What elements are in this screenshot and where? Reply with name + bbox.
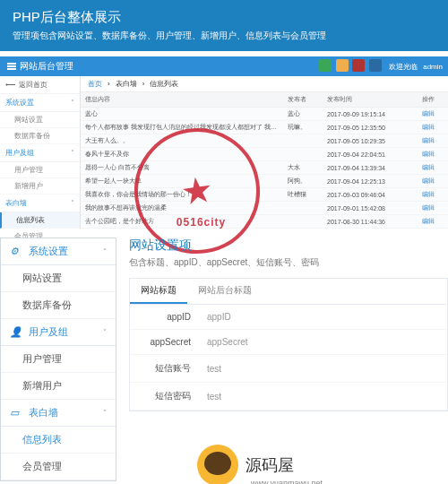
sidebar-item[interactable]: 新增用户 bbox=[0, 178, 80, 194]
cell-op[interactable]: 编辑 bbox=[418, 148, 448, 161]
cell-op[interactable]: 编辑 bbox=[418, 108, 448, 121]
cell-op[interactable]: 编辑 bbox=[418, 161, 448, 175]
sidebar-item[interactable]: 网站设置 bbox=[0, 112, 80, 128]
cell-op[interactable]: 编辑 bbox=[418, 121, 448, 134]
breadcrumb-home[interactable]: 首页 bbox=[88, 79, 102, 89]
cell-time: 2017-09-04 22:04:51 bbox=[323, 148, 418, 161]
cell-op[interactable]: 编辑 bbox=[418, 202, 448, 215]
cell-op[interactable]: 编辑 bbox=[418, 175, 448, 188]
cell-author: 吐槽猫 bbox=[283, 188, 323, 202]
nav-item-active[interactable]: 信息列表 bbox=[1, 427, 116, 454]
cell-author bbox=[283, 215, 323, 229]
hero-subtitle: 管理项包含网站设置、数据库备份、用户管理、新增用户、信息列表与会员管理 bbox=[13, 30, 435, 42]
topbar-btn-orange[interactable] bbox=[336, 59, 349, 72]
form-input[interactable]: test bbox=[200, 359, 447, 379]
sidebar-item-active[interactable]: 信息列表 bbox=[0, 212, 80, 229]
cell-time: 2017-09-05 10:29:35 bbox=[323, 134, 418, 148]
cell-op[interactable]: 编辑 bbox=[418, 188, 448, 202]
form-row: appIDappID bbox=[130, 305, 447, 330]
settings-form: 网站标题 网站后台标题 appIDappIDappSecretappSecret… bbox=[129, 278, 448, 411]
tab-admin-title[interactable]: 网站后台标题 bbox=[187, 279, 263, 304]
table-row[interactable]: 希望一起人一块大草阿狗。2017-09-04 12:25:13编辑 bbox=[81, 175, 448, 188]
sidebar-group-wall[interactable]: 表白墙˅ bbox=[0, 194, 80, 212]
cell-title: 大王有人么。。 bbox=[81, 134, 283, 148]
nav-group-users[interactable]: 用户及组˅ bbox=[1, 319, 116, 346]
cell-time: 2017-08-30 11:44:36 bbox=[323, 215, 418, 229]
topbar-btn-blue[interactable] bbox=[369, 59, 382, 72]
table-row[interactable]: 蓝心蓝心2017-09-09 19:15:14编辑 bbox=[81, 108, 448, 121]
cell-title: 我的故事不想再讲没完的温柔 bbox=[81, 202, 283, 215]
brand-text: 网站后台管理 bbox=[20, 60, 73, 73]
cell-title: 愿得一人心 白首不分离 bbox=[81, 161, 283, 175]
cell-op[interactable]: 编辑 bbox=[418, 134, 448, 148]
nav-item[interactable]: 网站设置 bbox=[1, 265, 116, 292]
table-row[interactable]: 去个公园吧，是个好地方2017-08-30 11:44:36编辑 bbox=[81, 215, 448, 229]
data-table: 信息内容发布者发布时间操作蓝心蓝心2017-09-09 19:15:14编辑每个… bbox=[81, 92, 448, 229]
nav-item[interactable]: 用户管理 bbox=[1, 346, 116, 373]
cell-title: 蓝心 bbox=[81, 108, 283, 121]
table-row[interactable]: 我喜欢你，你会是我情场的那一份心！吐槽猫2017-09-03 09:46:04编… bbox=[81, 188, 448, 202]
sidebar-item[interactable]: 用户管理 bbox=[0, 162, 80, 178]
nav-item[interactable]: 数据库备份 bbox=[1, 292, 116, 319]
hamburger-icon[interactable] bbox=[7, 63, 16, 70]
topbar-btn-red[interactable] bbox=[352, 59, 365, 72]
cell-op[interactable]: 编辑 bbox=[418, 215, 448, 229]
hero-title: PHP后台整体展示 bbox=[13, 9, 435, 26]
cell-time: 2017-09-03 09:46:04 bbox=[323, 188, 418, 202]
chevron-down-icon: ˅ bbox=[103, 409, 107, 417]
admin-sidebar: ⟵返回首页 系统设置˅ 网站设置 数据库备份 用户及组˅ 用户管理 新增用户 表… bbox=[0, 76, 81, 229]
cell-time: 2017-09-05 12:35:50 bbox=[323, 121, 418, 134]
table-row[interactable]: 大王有人么。。2017-09-05 10:29:35编辑 bbox=[81, 134, 448, 148]
gear-icon bbox=[10, 246, 21, 255]
cell-author bbox=[283, 202, 323, 215]
cell-op[interactable]: 编辑 bbox=[418, 229, 448, 229]
admin-main: 首页› 表白墙› 信息列表 信息内容发布者发布时间操作蓝心蓝心2017-09-0… bbox=[81, 76, 448, 229]
form-input[interactable]: test bbox=[200, 386, 447, 407]
settings-tabs: 网站标题 网站后台标题 bbox=[130, 279, 447, 305]
cell-author bbox=[283, 229, 323, 229]
sidebar-back[interactable]: ⟵返回首页 bbox=[0, 76, 80, 94]
cell-title: 去个公园吧，是个好地方 bbox=[81, 215, 283, 229]
table-header: 发布者 bbox=[283, 92, 323, 108]
form-row: 短信账号test bbox=[130, 355, 447, 383]
nav-group-wall[interactable]: 表白墙˅ bbox=[1, 400, 116, 427]
table-row[interactable]: 每个人都有故事 我发现打包人消息的经过我发现都没人都想对了 我发现采集去都采取了… bbox=[81, 121, 448, 134]
sidebar-item[interactable]: 数据库备份 bbox=[0, 128, 80, 144]
nav-item[interactable]: 会员管理 bbox=[1, 454, 116, 480]
monitor-icon bbox=[10, 407, 21, 416]
cell-title: 希望一起人一块大草 bbox=[81, 175, 283, 188]
breadcrumb: 首页› 表白墙› 信息列表 bbox=[81, 76, 448, 92]
cell-time: 2017-09-04 12:25:13 bbox=[323, 175, 418, 188]
nav-group-system[interactable]: 系统设置˅ bbox=[1, 238, 116, 265]
settings-title: 网站设置项 bbox=[129, 238, 448, 254]
sidebar-group-system[interactable]: 系统设置˅ bbox=[0, 94, 80, 112]
form-input[interactable]: appID bbox=[200, 307, 447, 327]
form-input[interactable]: appSecret bbox=[200, 332, 447, 352]
breadcrumb-mid[interactable]: 表白墙 bbox=[116, 79, 137, 89]
tab-site-title[interactable]: 网站标题 bbox=[130, 279, 187, 304]
settings-pane: 网站设置项 包含标题、appID、appSecret、短信账号、密码 网站标题 … bbox=[116, 238, 448, 481]
hero-banner: PHP后台整体展示 管理项包含网站设置、数据库备份、用户管理、新增用户、信息列表… bbox=[0, 0, 448, 51]
topbar-buttons bbox=[319, 59, 383, 73]
table-row[interactable]: 愿得一人心 白首不分离大水2017-09-04 13:39:34编辑 bbox=[81, 161, 448, 175]
cell-author: 阿狗。 bbox=[283, 175, 323, 188]
form-label: appID bbox=[130, 305, 200, 329]
table-row[interactable]: 余红，那等你2017-08-29 19:51:14编辑 bbox=[81, 229, 448, 229]
sidebar-group-users[interactable]: 用户及组˅ bbox=[0, 144, 80, 162]
table-row[interactable]: 我的故事不想再讲没完的温柔2017-09-01 15:42:08编辑 bbox=[81, 202, 448, 215]
table-row[interactable]: 春风十里不及你2017-09-04 22:04:51编辑 bbox=[81, 148, 448, 161]
cell-time: 2017-09-04 13:39:34 bbox=[323, 161, 418, 175]
form-label: 短信密码 bbox=[130, 383, 200, 410]
topbar-btn-green[interactable] bbox=[319, 59, 332, 72]
topbar-user[interactable]: 欢迎光临 admin bbox=[383, 62, 448, 72]
left-nav: 系统设置˅ 网站设置 数据库备份 用户及组˅ 用户管理 新增用户 表白墙˅ 信息… bbox=[0, 238, 116, 481]
form-label: appSecret bbox=[130, 330, 200, 354]
cell-time: 2017-08-29 19:51:14 bbox=[323, 229, 418, 229]
user-icon bbox=[10, 326, 21, 335]
nav-item[interactable]: 新增用户 bbox=[1, 373, 116, 400]
form-row: appSecretappSecret bbox=[130, 330, 447, 355]
table-header: 发布时间 bbox=[323, 92, 418, 108]
chevron-down-icon: ˅ bbox=[71, 199, 74, 207]
cell-title: 每个人都有故事 我发现打包人消息的经过我发现都没人都想对了 我发现采集去都采取了 bbox=[81, 121, 283, 134]
cell-title: 春风十里不及你 bbox=[81, 148, 283, 161]
